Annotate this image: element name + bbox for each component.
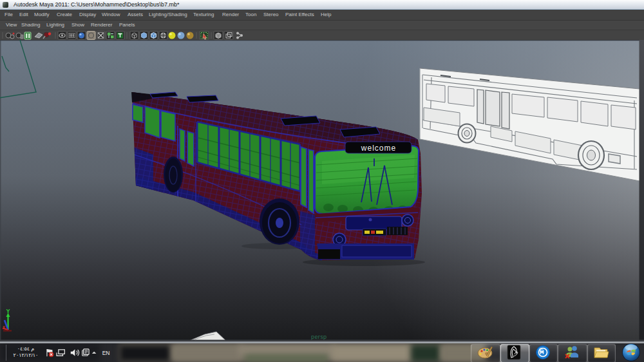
svg-text:persp: persp (311, 334, 327, 340)
svg-text:EN: EN (102, 350, 110, 356)
svg-text:welcome: welcome (361, 144, 396, 153)
svg-text:Y: Y (6, 308, 10, 314)
svg-text:x: x (3, 325, 5, 329)
